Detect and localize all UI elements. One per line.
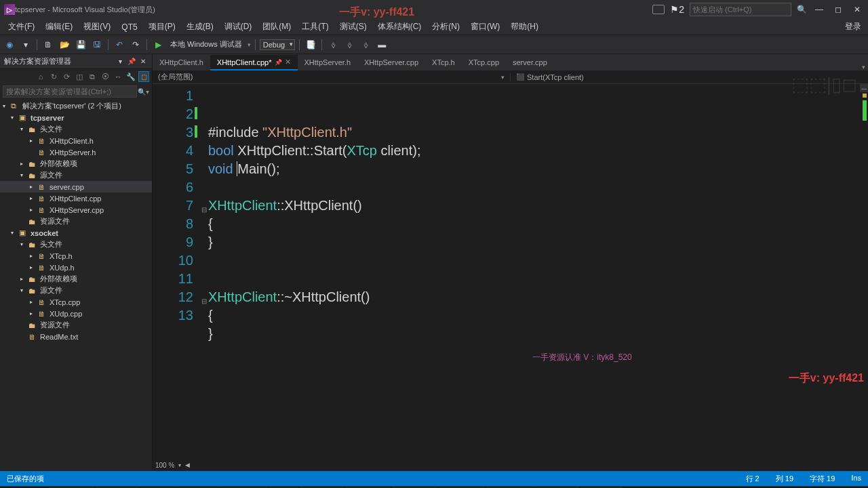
tree-item[interactable]: ▸🖿外部依赖项 (0, 158, 152, 169)
restore-button[interactable]: ◻ (831, 3, 845, 16)
tree-item[interactable]: 🖿资源文件 (0, 216, 152, 227)
tree-item[interactable]: ▾▣tcpserver (0, 112, 152, 123)
new-button[interactable]: 🗎 (41, 38, 55, 52)
tree-item[interactable]: ▸🗎XTcp.cpp (0, 296, 152, 308)
tb-home-icon[interactable]: ⌂ (35, 71, 46, 82)
pin-icon[interactable]: 📌 (275, 59, 282, 66)
expander-icon[interactable]: ▸ (20, 276, 28, 282)
editor-tab[interactable]: XTcp.h (425, 56, 462, 70)
editor-tab[interactable]: XTcp.cpp (462, 56, 506, 70)
toolbar-btn-5[interactable]: ▬ (375, 38, 389, 52)
zoom-level[interactable]: 100 % (155, 462, 174, 469)
menu-item[interactable]: 团队(M) (257, 20, 296, 34)
expander-icon[interactable]: ▾ (20, 126, 28, 132)
menu-item[interactable]: 工具(T) (296, 20, 334, 34)
redo-button[interactable]: ↷ (129, 38, 142, 52)
toolbar-btn-3[interactable]: ⎀ (342, 38, 356, 52)
fold-icon[interactable]: ⊟ (201, 292, 207, 310)
expander-icon[interactable]: ▾ (20, 172, 28, 178)
expander-icon[interactable]: ▾ (3, 103, 11, 109)
code-line[interactable]: bool XHttpClient::Start(XTcp client); (208, 142, 868, 160)
tree-item[interactable]: ▾🖿源文件 (0, 285, 152, 296)
expander-icon[interactable]: ▸ (30, 195, 38, 201)
tb-sync-icon[interactable]: ↻ (48, 71, 59, 82)
expander-icon[interactable]: ▸ (30, 138, 38, 144)
tree-item[interactable]: 🗎XHttpServer.h (0, 146, 152, 158)
expander-icon[interactable]: ▾ (11, 115, 19, 121)
tree-item[interactable]: ▸🗎server.cpp (0, 181, 152, 192)
nav-forward-button[interactable]: ▾ (19, 38, 33, 52)
panel-search-icon[interactable]: 🔍▾ (137, 85, 149, 98)
menu-item[interactable]: 测试(S) (334, 20, 372, 34)
start-debug-button[interactable]: ▶ (151, 38, 165, 52)
fold-icon[interactable]: ⊟ (201, 201, 207, 219)
tabs-overflow-icon[interactable]: ▾ (862, 64, 865, 70)
menu-item[interactable]: 视图(V) (78, 20, 116, 34)
expander-icon[interactable]: ▸ (30, 184, 38, 190)
scope-left[interactable]: (全局范围)▾ (153, 72, 510, 82)
toolbar-btn-2[interactable]: ⎀ (326, 38, 340, 52)
panel-close-icon[interactable]: ✕ (138, 57, 148, 66)
toolbar-btn-4[interactable]: ⎀ (359, 38, 372, 52)
save-button[interactable]: 💾 (74, 38, 87, 52)
menu-item[interactable]: 编辑(E) (40, 20, 78, 34)
editor-tab[interactable]: XHttpServer.cpp (357, 56, 425, 70)
open-button[interactable]: 📂 (58, 38, 71, 52)
panel-dropdown-icon[interactable]: ▾ (115, 57, 125, 66)
nav-back-button[interactable]: ◉ (3, 38, 16, 52)
expander-icon[interactable]: ▸ (20, 161, 28, 167)
tree-item[interactable]: ▸🗎XUdp.h (0, 262, 152, 273)
tb-preview-icon[interactable]: ◻ (138, 71, 149, 82)
tb-prop-icon[interactable]: ↔ (113, 71, 123, 82)
undo-button[interactable]: ↶ (113, 38, 126, 52)
tree-item[interactable]: ▸🗎XUdp.cpp (0, 308, 152, 319)
code-line[interactable] (208, 251, 868, 270)
expander-icon[interactable]: ▾ (20, 287, 28, 293)
expander-icon[interactable]: ▸ (30, 310, 38, 317)
expander-icon[interactable]: ▸ (30, 253, 38, 259)
tree-item[interactable]: ▸🗎XTcp.h (0, 250, 152, 262)
menu-item[interactable]: 窗口(W) (465, 20, 505, 34)
split-h-icon[interactable]: ◀ (185, 462, 190, 468)
tree-item[interactable]: ▸🗎XHttpServer.cpp (0, 204, 152, 216)
code-line[interactable]: } (208, 325, 868, 343)
code-line[interactable]: void Main(); (208, 160, 868, 178)
menu-item[interactable]: 帮助(H) (505, 20, 544, 34)
split-icon[interactable]: — (860, 84, 868, 92)
solution-search-input[interactable] (3, 85, 137, 98)
login-link[interactable]: 登录 (845, 21, 861, 33)
menu-item[interactable]: 项目(P) (143, 20, 181, 34)
expander-icon[interactable]: ▾ (11, 230, 19, 236)
minimize-button[interactable]: — (812, 3, 826, 16)
editor-tab[interactable]: XHttpClient.cpp*📌✕ (210, 55, 298, 70)
menu-item[interactable]: 生成(B) (181, 20, 219, 34)
menu-item[interactable]: 文件(F) (3, 20, 40, 34)
quick-launch-input[interactable] (690, 3, 791, 16)
code-line[interactable]: { (208, 306, 868, 325)
tab-close-icon[interactable]: ✕ (285, 58, 291, 66)
menu-item[interactable]: 分析(N) (427, 20, 465, 34)
tree-item[interactable]: ▾⧉解决方案'tcpserver' (2 个项目) (0, 100, 152, 112)
save-all-button[interactable]: 🖫 (90, 38, 104, 52)
tb-sync2-icon[interactable]: ⟳ (61, 71, 72, 82)
tree-item[interactable]: ▾🖿头文件 (0, 239, 152, 250)
close-button[interactable]: ✕ (850, 3, 864, 16)
config-combo[interactable]: Debug (260, 39, 295, 50)
code-content[interactable]: #include "XHttpClient.h"bool XHttpClient… (200, 84, 868, 459)
tree-item[interactable]: 🗎ReadMe.txt (0, 331, 152, 342)
tb-showall-icon[interactable]: ⦿ (100, 71, 111, 82)
tb-collapse-icon[interactable]: ◫ (74, 71, 85, 82)
menu-item[interactable]: QT5 (116, 21, 142, 33)
code-line[interactable]: ⊟XHttpClient::~XHttpClient() (208, 288, 868, 306)
solution-tree[interactable]: ▾⧉解决方案'tcpserver' (2 个项目)▾▣tcpserver▾🖿头文… (0, 99, 152, 471)
menu-item[interactable]: 体系结构(C) (372, 20, 427, 34)
tree-item[interactable]: ▾▣xsocket (0, 227, 152, 239)
toolbar-btn-1[interactable]: 📑 (304, 38, 317, 52)
expander-icon[interactable]: ▾ (20, 241, 28, 247)
menu-item[interactable]: 调试(D) (219, 20, 258, 34)
tb-copy-icon[interactable]: ⧉ (87, 71, 98, 82)
panel-pin-icon[interactable]: 📌 (127, 57, 136, 66)
code-line[interactable] (208, 270, 868, 288)
code-line[interactable]: { (208, 215, 868, 233)
tree-item[interactable]: ▸🖿外部依赖项 (0, 273, 152, 285)
